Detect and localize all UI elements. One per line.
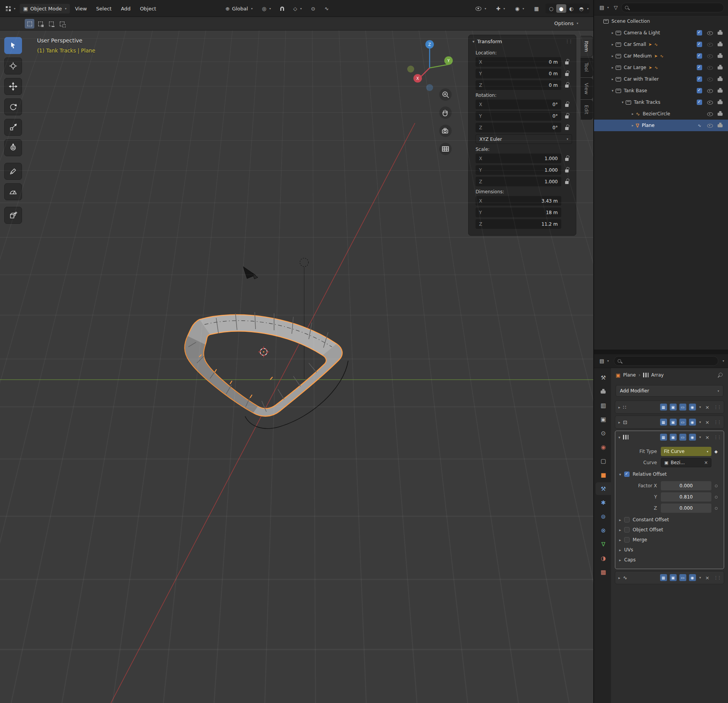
pivot-point-dropdown[interactable]: ◎▾: [258, 4, 274, 13]
lock-icon[interactable]: [561, 167, 572, 172]
editor-type-dropdown[interactable]: ▾: [2, 4, 19, 13]
fit-type-dropdown[interactable]: Fit Curve▾: [661, 447, 711, 456]
select-mode-new-button[interactable]: [25, 19, 34, 29]
editor-splitter[interactable]: [594, 350, 728, 354]
constant-offset-checkbox[interactable]: [624, 517, 630, 522]
hide-viewport-icon[interactable]: [707, 65, 713, 70]
move-tool[interactable]: [4, 78, 22, 95]
disable-render-icon[interactable]: [717, 42, 723, 47]
show-visibility-dropdown[interactable]: ▾: [472, 4, 489, 13]
hide-viewport-icon[interactable]: [707, 123, 713, 128]
uvs-section[interactable]: ▸ UVs: [615, 545, 721, 555]
clear-icon[interactable]: ×: [704, 460, 708, 465]
tab-tool-icon[interactable]: ⚒: [596, 371, 611, 384]
rotation-z-field[interactable]: Z0°: [476, 123, 561, 132]
empty-object[interactable]: [300, 258, 308, 267]
add-modifier-dropdown[interactable]: Add Modifier ▾: [616, 385, 723, 397]
disable-render-icon[interactable]: [717, 53, 723, 59]
toggle-editmode-icon[interactable]: ▣: [670, 419, 677, 426]
select-mode-extend-button[interactable]: [36, 19, 45, 29]
keyframe-diamond-icon[interactable]: ◆: [714, 449, 718, 454]
outliner-search[interactable]: [621, 3, 724, 12]
expand-icon[interactable]: ▸: [618, 576, 620, 580]
collection-checkbox[interactable]: [697, 76, 702, 82]
outliner-row-car-small[interactable]: ▸ Car Small ➤∿: [594, 39, 728, 50]
overlays-dropdown[interactable]: ◉▾: [511, 4, 527, 13]
properties-editor-dropdown[interactable]: ▤▾: [598, 357, 610, 365]
hide-viewport-icon[interactable]: [707, 30, 713, 35]
snap-target-dropdown[interactable]: ◇▾: [290, 4, 305, 13]
select-box-tool[interactable]: [4, 37, 22, 54]
collection-checkbox[interactable]: [697, 53, 702, 59]
factor-x-field[interactable]: 0.000: [661, 481, 711, 490]
snap-toggle[interactable]: [277, 5, 288, 13]
proportional-falloff-dropdown[interactable]: ∿: [321, 4, 332, 13]
tab-tool[interactable]: Tool: [581, 57, 593, 77]
hide-viewport-icon[interactable]: [707, 88, 713, 93]
proportional-edit-toggle[interactable]: ⊙: [308, 4, 319, 13]
disable-render-icon[interactable]: [717, 123, 723, 128]
select-mode-subtract-button[interactable]: [46, 19, 56, 29]
menu-view[interactable]: View: [71, 4, 91, 14]
drag-grip-icon[interactable]: ⋮⋮: [714, 405, 721, 410]
expand-icon[interactable]: ▸: [618, 420, 620, 424]
object-offset-checkbox[interactable]: [624, 527, 630, 532]
tab-particles-icon[interactable]: ✱: [596, 496, 611, 509]
disable-render-icon[interactable]: [717, 88, 723, 93]
animate-dot-icon[interactable]: [715, 507, 718, 510]
collapse-icon[interactable]: ▾: [618, 435, 620, 439]
scale-tool[interactable]: [4, 119, 22, 136]
tab-constraints-icon[interactable]: ⊗: [596, 524, 611, 537]
tab-modifiers-icon[interactable]: ⚒: [596, 482, 611, 495]
mode-dropdown[interactable]: ▣Object Mode▾: [20, 4, 70, 14]
properties-options-dropdown[interactable]: ▾: [723, 359, 724, 363]
collection-checkbox[interactable]: [697, 100, 702, 105]
collection-checkbox[interactable]: [697, 30, 702, 35]
disable-render-icon[interactable]: [717, 30, 723, 35]
factor-z-field[interactable]: 0.000: [661, 504, 711, 513]
hide-viewport-icon[interactable]: [707, 42, 713, 47]
dimension-y-field[interactable]: Y18 m: [476, 208, 561, 217]
measure-tool[interactable]: [4, 183, 22, 200]
outliner-display-dropdown[interactable]: ▤▾: [598, 4, 610, 11]
animate-dot-icon[interactable]: [715, 485, 718, 487]
modifier-extras-dropdown[interactable]: ▾: [699, 420, 702, 424]
outliner-filter-icon[interactable]: ▽: [614, 5, 618, 10]
hide-viewport-icon[interactable]: [707, 53, 713, 59]
disclosure-icon[interactable]: ▸: [609, 77, 616, 81]
animate-dot-icon[interactable]: [715, 496, 718, 499]
constant-offset-section[interactable]: ▸ Constant Offset: [615, 515, 721, 525]
modifier-extras-dropdown[interactable]: ▾: [699, 435, 702, 439]
properties-search[interactable]: [614, 356, 718, 366]
lock-icon[interactable]: [561, 59, 572, 64]
toggle-editmode-icon[interactable]: ▣: [670, 434, 677, 441]
scale-x-field[interactable]: X1.000: [476, 154, 561, 163]
tab-physics-icon[interactable]: ⊚: [596, 510, 611, 523]
hide-viewport-icon[interactable]: [707, 76, 713, 82]
toggle-render-icon[interactable]: ◉: [689, 419, 696, 426]
select-mode-difference-button[interactable]: [57, 19, 67, 29]
tab-output-icon[interactable]: ▥: [596, 399, 611, 412]
toggle-realtime-icon[interactable]: ▭: [679, 419, 686, 426]
factor-y-field[interactable]: 0.810: [661, 492, 711, 502]
camera-object[interactable]: [243, 267, 258, 279]
tab-world-icon[interactable]: ◉: [596, 441, 611, 453]
tab-object-data-icon[interactable]: ∇: [596, 538, 611, 551]
camera-view-button[interactable]: [439, 125, 452, 137]
rotate-tool[interactable]: [4, 98, 22, 115]
shading-rendered-button[interactable]: ◓: [576, 4, 586, 13]
outliner-row-tank-base[interactable]: ▾ Tank Base: [594, 85, 728, 96]
shading-material-button[interactable]: ◐: [566, 4, 576, 13]
drag-grip-icon[interactable]: ⋮⋮: [565, 39, 572, 44]
annotate-tool[interactable]: [4, 163, 22, 180]
modifier-extras-dropdown[interactable]: ▾: [699, 405, 702, 409]
toggle-realtime-icon[interactable]: ▭: [679, 404, 686, 411]
disable-render-icon[interactable]: [717, 111, 723, 117]
disable-render-icon[interactable]: [717, 65, 723, 70]
shading-solid-button[interactable]: ●: [556, 4, 566, 13]
lock-icon[interactable]: [561, 83, 572, 88]
toggle-editmode-icon[interactable]: ▣: [670, 404, 677, 411]
curve-object-field[interactable]: ▣Bezi...×: [661, 458, 711, 467]
outliner-search-input[interactable]: [631, 5, 720, 10]
lock-icon[interactable]: [561, 179, 572, 184]
